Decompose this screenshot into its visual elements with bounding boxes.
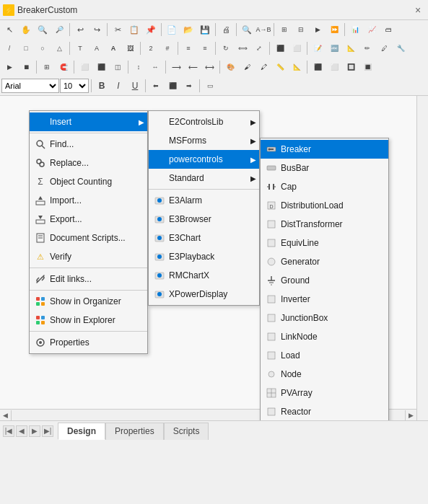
sub2-item-cap[interactable]: Cap [261,177,388,196]
bold-btn[interactable]: B [94,78,110,94]
num-tool[interactable]: 2 [143,40,159,56]
italic-btn[interactable]: I [110,78,126,94]
sub2-item-ground[interactable]: Ground [261,271,388,290]
sub2-item-pvarray[interactable]: PVArray [261,384,388,402]
redo-btn[interactable]: ↪ [89,22,105,37]
tb3-4[interactable]: ↕ [131,59,147,75]
zoom-in-btn[interactable]: 🔍 [35,22,51,37]
menu-item-properties[interactable]: Properties [30,333,147,352]
border-btn[interactable]: ▭ [202,78,218,94]
sub1-item-xpowerdisplay[interactable]: XPowerDisplay [149,285,259,304]
tb3-14[interactable]: ⬛ [310,59,326,75]
menu-item-insert[interactable]: Insert ▶ [30,112,147,131]
stop-btn[interactable]: ⏹ [18,59,34,75]
sub2-item-linknode[interactable]: LinkNode [261,327,388,346]
tb3-7[interactable]: ⟵ [185,59,201,75]
scroll-left-btn[interactable]: ◀ [0,410,12,420]
sub1-item-e3playback[interactable]: E3Playback [149,247,259,266]
sub2-item-junctionbox[interactable]: JunctionBox [261,309,388,327]
bold-a-tool[interactable]: A [105,40,121,56]
tb3-3[interactable]: ◫ [110,59,126,75]
menu-item-objcount[interactable]: Σ Object Counting [30,172,147,191]
tb3-16[interactable]: 🔲 [343,59,359,75]
sub1-item-standard[interactable]: Standard ▶ [149,169,259,187]
snap-btn[interactable]: 🧲 [56,59,71,75]
tb-extra3[interactable]: ▶ [310,22,326,37]
align-l-btn[interactable]: ≡ [180,40,196,56]
zoom-out-btn[interactable]: 🔎 [51,22,67,37]
tb-extra6[interactable]: 📈 [364,22,380,37]
extra-t4[interactable]: ✏ [359,40,375,56]
group-btn[interactable]: ⬛ [272,40,288,56]
extra-t1[interactable]: 📝 [310,40,326,56]
hand-tool[interactable]: ✋ [18,22,34,37]
ungroup-btn[interactable]: ⬜ [289,40,305,56]
sub1-item-e3browser[interactable]: E3Browser [149,210,259,229]
sub2-item-node[interactable]: Node [261,365,388,384]
tb3-5[interactable]: ↔ [147,59,163,75]
vertical-scrollbar[interactable] [416,96,428,420]
rect-tool[interactable]: □ [18,40,34,56]
sub2-item-generator[interactable]: Generator [261,252,388,271]
sub2-item-load[interactable]: Load [261,346,388,365]
nav-first-btn[interactable]: |◀ [3,425,14,437]
tb-extra1[interactable]: ⊞ [276,22,292,37]
extra-t5[interactable]: 🖊 [376,40,392,56]
tb3-6[interactable]: ⟶ [168,59,184,75]
run-btn[interactable]: ▶ [1,59,17,75]
sub2-item-reactor[interactable]: Reactor [261,402,388,420]
poly-tool[interactable]: △ [51,40,67,56]
paste-btn[interactable]: 📌 [143,22,159,37]
extra-t3[interactable]: 📐 [343,40,359,56]
tab-properties[interactable]: Properties [105,423,164,440]
copy-btn[interactable]: 📋 [126,22,142,37]
img-tool[interactable]: 🖼 [122,40,138,56]
menu-item-show-explorer[interactable]: Show in Explorer [30,311,147,330]
tb3-8[interactable]: ⟷ [201,59,217,75]
tb3-12[interactable]: 📏 [272,59,288,75]
sub2-item-distload[interactable]: D DistributionLoad [261,196,388,215]
sub1-item-e2controls[interactable]: E2ControlsLib ▶ [149,112,259,131]
scale-btn[interactable]: ⤢ [251,40,267,56]
close-button[interactable]: × [411,3,425,17]
font-size-select[interactable]: 10 [60,79,89,93]
mirror-btn[interactable]: ⟺ [235,40,250,56]
text-tool[interactable]: T [72,40,88,56]
nav-prev-btn[interactable]: ◀ [16,425,27,437]
menu-item-editlinks[interactable]: Edit links... [30,270,147,288]
rotate-btn[interactable]: ↻ [218,40,234,56]
tb3-15[interactable]: ⬜ [326,59,342,75]
menu-item-replace[interactable]: Replace... [30,154,147,172]
sub2-item-busbar[interactable]: BusBar [261,159,388,177]
hash-tool[interactable]: # [160,40,175,56]
sub1-item-e3chart[interactable]: E3Chart [149,229,259,247]
sub2-item-equivline[interactable]: EquivLine [261,234,388,252]
ellipse-tool[interactable]: ○ [35,40,51,56]
underline-btn[interactable]: U [127,78,143,94]
tb3-1[interactable]: ⬜ [77,59,92,75]
arrow-tool[interactable]: ↖ [1,22,17,37]
sub1-item-rmchartx[interactable]: RMChartX [149,266,259,285]
tb-extra7[interactable]: 🗃 [380,22,396,37]
line-tool[interactable]: / [1,40,17,56]
menu-item-import[interactable]: Import... [30,191,147,210]
undo-btn[interactable]: ↩ [72,22,88,37]
align-c-btn[interactable]: ≡ [197,40,213,56]
menu-item-verify[interactable]: ⚠ Verify [30,247,147,266]
find-btn[interactable]: 🔍 [239,22,255,37]
tb-extra5[interactable]: 📊 [347,22,363,37]
tab-scripts[interactable]: Scripts [164,423,209,440]
tb3-9[interactable]: 🎨 [222,59,238,75]
scroll-right-btn[interactable]: ▶ [405,410,416,420]
tb-extra4[interactable]: ⏩ [326,22,342,37]
extra-t6[interactable]: 🔧 [393,40,409,56]
sub1-item-e3alarm[interactable]: E3Alarm [149,191,259,210]
sub2-item-inverter[interactable]: Inverter [261,290,388,309]
font-select[interactable]: Arial [1,79,59,93]
tb3-2[interactable]: ⬛ [93,59,109,75]
tb3-10[interactable]: 🖌 [239,59,255,75]
menu-item-find[interactable]: Find... [30,135,147,154]
save-btn[interactable]: 💾 [197,22,213,37]
grid-btn[interactable]: ⊞ [39,59,55,75]
align-center-btn[interactable]: ⬛ [165,78,180,94]
